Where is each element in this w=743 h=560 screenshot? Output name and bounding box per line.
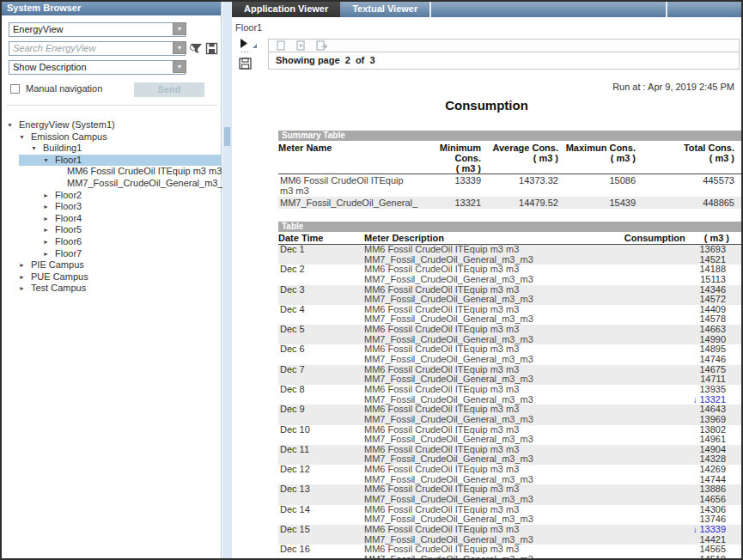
table-date-label: [278, 275, 364, 285]
table-meter-description: MM6 Fossil CrudeOil ITEquip m3 m3: [364, 525, 552, 535]
table-date-label: [278, 355, 364, 365]
summary-row: MM7_Fossil_CrudeOil_General_1332114479.5…: [278, 197, 741, 209]
splitter-handle[interactable]: [224, 127, 230, 146]
collapsed-triangle-icon[interactable]: ►: [43, 201, 55, 213]
table-line: MM7_Fossil_CrudeOil_General_m3_m314656: [278, 495, 741, 505]
first-page-icon[interactable]: [276, 40, 287, 51]
tree-item-pue-campus[interactable]: ►PUE Campus: [2, 271, 221, 283]
table-meter-description: MM7_Fossil_CrudeOil_General_m3_m3: [364, 555, 552, 558]
run-ellipsis: ...: [241, 46, 250, 54]
tab-textual-viewer[interactable]: Textual Viewer: [340, 2, 429, 17]
tree-item-mm6-fossil-crudeoil-itequip-m3-m3[interactable]: MM6 Fossil CrudeOil ITEquip m3 m3: [2, 166, 221, 178]
detail-table-bar: Table: [278, 222, 741, 232]
collapsed-triangle-icon[interactable]: ►: [19, 259, 31, 271]
summary-col-meter-name: Meter Name: [278, 143, 416, 173]
table-date-label: Dec 16: [278, 545, 364, 555]
table-date-group-dec-3: Dec 3MM6 Fossil CrudeOil ITEquip m3 m314…: [278, 285, 741, 305]
table-date-label: Dec 11: [278, 445, 364, 455]
tree-item-label: Floor3: [55, 201, 82, 211]
floor-subtab[interactable]: Floor1: [235, 22, 262, 33]
table-date-label: Dec 2: [278, 265, 364, 275]
table-date-group-dec-9: Dec 9MM6 Fossil CrudeOil ITEquip m3 m314…: [278, 405, 741, 424]
search-input[interactable]: Search EnergyView: [9, 41, 186, 56]
table-line: Dec 12MM6 Fossil CrudeOil ITEquip m3 m31…: [278, 465, 741, 475]
next-page-icon[interactable]: [295, 40, 307, 51]
run-report-icon[interactable]: ...: [239, 38, 261, 53]
table-consumption-value: 13693: [552, 245, 741, 255]
detail-col-meter-description: Meter Description: [364, 233, 552, 243]
summary-table-bar: Summary Table: [278, 131, 741, 141]
summary-table-section: Summary Table Meter Name Minimum Cons.( …: [278, 131, 741, 209]
summary-max-value: 15439: [558, 198, 636, 208]
viewer-panel: Application Viewer Textual Viewer Floor1…: [232, 2, 741, 558]
tree-item-floor5[interactable]: ►Floor5: [2, 224, 221, 236]
detail-col-consumption: Consumption( m3 ): [552, 233, 741, 243]
table-date-label: Dec 1: [278, 245, 364, 255]
description-mode-arrow-icon[interactable]: ▼: [173, 60, 186, 73]
tree-item-label: MM7_Fossil_CrudeOil_General_m3_m3: [67, 178, 236, 188]
tree-item-label: Emission Campus: [31, 131, 107, 142]
tree-item-label: Test Campus: [31, 283, 86, 293]
panel-splitter[interactable]: [222, 2, 232, 558]
table-line: MM7_Fossil_CrudeOil_General_m3_m314746: [278, 355, 741, 365]
tree-item-energyview-system1[interactable]: ▼EnergyView (System1): [2, 119, 221, 131]
expanded-triangle-icon[interactable]: ▼: [31, 143, 43, 155]
table-meter-description: MM6 Fossil CrudeOil ITEquip m3 m3: [364, 385, 552, 395]
tree-item-emission-campus[interactable]: ▼Emission Campus: [2, 131, 221, 143]
tree-item-mm7-fossil-crudeoil-general-m3-m3[interactable]: MM7_Fossil_CrudeOil_General_m3_m3: [2, 178, 221, 190]
tree-item-label: Floor5: [55, 224, 82, 234]
expanded-triangle-icon[interactable]: ▼: [7, 119, 19, 131]
table-date-group-dec-6: Dec 6MM6 Fossil CrudeOil ITEquip m3 m314…: [278, 344, 741, 364]
manual-navigation-checkbox[interactable]: [10, 84, 20, 94]
collapsed-triangle-icon[interactable]: ►: [43, 213, 55, 225]
table-meter-description: MM6 Fossil CrudeOil ITEquip m3 m3: [364, 245, 552, 255]
summary-col-total: Total Cons.( m3 ): [636, 143, 741, 173]
filter-funnel-icon[interactable]: [190, 42, 204, 57]
send-button[interactable]: Send: [134, 82, 204, 97]
collapsed-triangle-icon[interactable]: ►: [43, 236, 55, 248]
search-dropdown-arrow-icon[interactable]: ▼: [173, 41, 186, 54]
browser-controls: EnergyView ▼ Search EnergyView ▼ Show De…: [2, 15, 221, 111]
tree-item-test-campus[interactable]: ►Test Campus: [2, 283, 221, 295]
tree-item-floor7[interactable]: ►Floor7: [2, 248, 221, 260]
tree-item-building1[interactable]: ▼Building1: [2, 143, 221, 155]
table-date-group-dec-14: Dec 14MM6 Fossil CrudeOil ITEquip m3 m31…: [278, 505, 741, 525]
tree-item-floor3[interactable]: ►Floor3: [2, 201, 221, 213]
tree-item-label: Floor6: [55, 236, 82, 247]
export-page-icon[interactable]: [315, 40, 328, 51]
detail-table-header: Date Time Meter Description Consumption(…: [278, 232, 741, 245]
report-viewer: Run at : Apr 9, 2019 2:45 PM Consumption…: [232, 70, 741, 558]
collapsed-triangle-icon[interactable]: ►: [43, 224, 55, 236]
report-title: Consumption: [232, 98, 741, 113]
summary-row: MM6 Fossil CrudeOil ITEquip m3 m31333914…: [278, 174, 741, 197]
tree-item-pie-campus[interactable]: ►PIE Campus: [2, 259, 221, 271]
tree-item-floor4[interactable]: ►Floor4: [2, 213, 221, 225]
system-browser-panel: System Browser EnergyView ▼ Search Energ…: [2, 2, 222, 558]
collapsed-triangle-icon[interactable]: ►: [43, 248, 55, 260]
view-selector-dropdown[interactable]: EnergyView: [9, 22, 186, 37]
expanded-triangle-icon[interactable]: ▼: [43, 155, 55, 167]
table-date-group-dec-8: Dec 8MM6 Fossil CrudeOil ITEquip m3 m313…: [278, 385, 741, 405]
tree-item-floor6[interactable]: ►Floor6: [2, 236, 221, 248]
collapsed-triangle-icon[interactable]: ►: [19, 271, 31, 283]
tree-item-floor2[interactable]: ►Floor2: [2, 190, 221, 202]
tab-application-viewer[interactable]: Application Viewer: [232, 2, 340, 17]
tree-item-label: Floor4: [55, 213, 82, 223]
collapsed-triangle-icon[interactable]: ►: [19, 283, 31, 295]
table-date-group-dec-4: Dec 4MM6 Fossil CrudeOil ITEquip m3 m314…: [278, 305, 741, 325]
table-date-label: Dec 5: [278, 325, 364, 335]
view-selector-arrow-icon[interactable]: ▼: [173, 22, 186, 35]
save-view-icon[interactable]: [205, 42, 219, 57]
tab-separator-2: [666, 2, 667, 17]
tree-item-label: EnergyView (System1): [19, 119, 115, 130]
tree-item-label: Floor1: [55, 155, 82, 165]
tree-item-floor1[interactable]: ▼Floor1: [2, 155, 221, 167]
tree-item-label: PIE Campus: [31, 259, 84, 270]
detail-col-date-time: Date Time: [278, 233, 364, 243]
summary-min-value: 13339: [416, 175, 481, 196]
tree-item-label: PUE Campus: [31, 271, 88, 282]
expanded-triangle-icon[interactable]: ▼: [19, 131, 31, 143]
summary-total-value: 445573: [636, 175, 741, 196]
collapsed-triangle-icon[interactable]: ►: [43, 190, 55, 202]
description-mode-dropdown[interactable]: Show Description: [9, 60, 186, 75]
